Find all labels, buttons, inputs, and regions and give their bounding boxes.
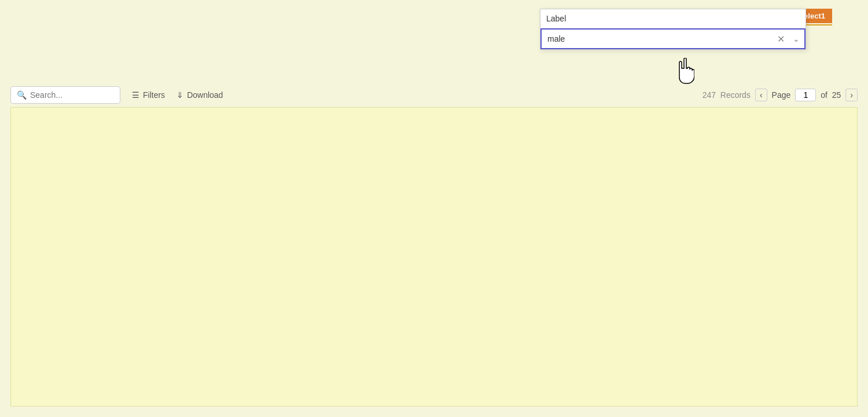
records-count-unit: Records <box>720 90 751 100</box>
filters-label: Filters <box>143 90 165 100</box>
of-label: of 25 <box>821 90 841 100</box>
search-input[interactable] <box>30 90 114 100</box>
main-content <box>10 107 858 407</box>
dropdown-chevron-icon[interactable]: ⌄ <box>788 34 804 43</box>
page-label: Page <box>772 90 791 100</box>
dropdown-label: Label <box>540 9 806 28</box>
toolbar-right: 247 Records ‹ Page of 25 › <box>703 89 858 101</box>
download-icon: ⇓ <box>176 90 183 100</box>
search-icon: 🔍 <box>17 90 27 100</box>
search-box: 🔍 <box>10 86 120 104</box>
records-count-number: 247 <box>703 90 716 100</box>
download-button[interactable]: ⇓ Download <box>176 90 223 100</box>
page-input[interactable] <box>795 89 816 101</box>
toolbar: 🔍 ☰ Filters ⇓ Download 247 Records ‹ Pag… <box>10 84 858 106</box>
cursor-icon <box>677 58 694 81</box>
records-count: 247 Records <box>703 90 751 100</box>
dropdown-clear-icon[interactable]: ✕ <box>774 34 788 45</box>
toolbar-left: 🔍 ☰ Filters ⇓ Download <box>10 86 223 104</box>
filters-button[interactable]: ☰ Filters <box>132 90 165 100</box>
filters-icon: ☰ <box>132 90 139 100</box>
dropdown-input-row: ✕ ⌄ <box>540 28 806 49</box>
download-label: Download <box>187 90 223 100</box>
prev-page-button[interactable]: ‹ <box>755 89 767 101</box>
next-page-button[interactable]: › <box>845 89 858 101</box>
dropdown-input[interactable] <box>542 30 774 48</box>
of-word: of <box>821 90 827 100</box>
dropdown-panel: Label ✕ ⌄ <box>540 9 806 50</box>
total-pages: 25 <box>832 90 841 100</box>
